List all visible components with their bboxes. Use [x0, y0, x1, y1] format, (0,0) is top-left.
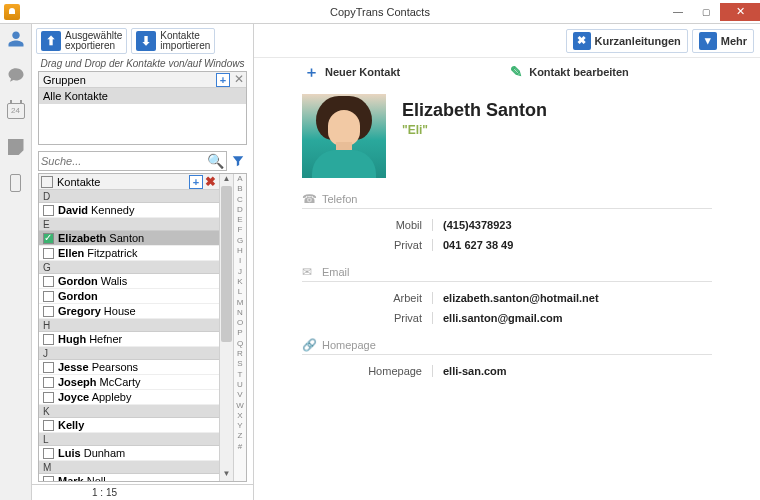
contacts-list: Kontakte + ✖ DDavid KennedyEElizabeth Sa…	[39, 174, 219, 481]
alpha-letter[interactable]: S	[234, 359, 246, 369]
app-icon	[4, 4, 20, 20]
contact-row[interactable]: David Kennedy	[39, 203, 219, 218]
alpha-letter[interactable]: M	[234, 298, 246, 308]
delete-contact-button[interactable]: ✖	[205, 174, 219, 189]
alpha-letter[interactable]: O	[234, 318, 246, 328]
contact-row[interactable]: Hugh Hefner	[39, 332, 219, 347]
alpha-letter[interactable]: U	[234, 380, 246, 390]
alpha-letter[interactable]: D	[234, 205, 246, 215]
rail-notes-icon[interactable]	[5, 136, 27, 158]
rail-device-icon[interactable]	[5, 172, 27, 194]
contacts-scrollbar[interactable]: ▲ ▼	[219, 174, 233, 481]
section-letter: G	[39, 261, 219, 274]
contact-row[interactable]: Joyce Appleby	[39, 390, 219, 405]
alpha-letter[interactable]: B	[234, 184, 246, 194]
detail-field: Privatelli.santon@gmail.com	[302, 308, 712, 328]
status-position: 1 : 15	[92, 487, 117, 498]
search-input[interactable]	[41, 155, 207, 167]
contact-checkbox[interactable]	[43, 392, 54, 403]
contact-row[interactable]: Kelly	[39, 418, 219, 433]
delete-group-button[interactable]: ✕	[232, 73, 246, 87]
section-letter: L	[39, 433, 219, 446]
alpha-letter[interactable]: G	[234, 236, 246, 246]
rail-contacts-icon[interactable]	[5, 28, 27, 50]
import-icon: ⬇	[136, 31, 156, 51]
alpha-letter[interactable]: R	[234, 349, 246, 359]
chevron-down-icon: ▾	[699, 32, 717, 50]
field-label: Privat	[302, 239, 432, 251]
alpha-letter[interactable]: I	[234, 256, 246, 266]
contact-row[interactable]: Gordon	[39, 289, 219, 304]
select-all-checkbox[interactable]	[41, 176, 53, 188]
contact-checkbox[interactable]	[43, 420, 54, 431]
contact-row[interactable]: Luis Dunham	[39, 446, 219, 461]
alpha-letter[interactable]: K	[234, 277, 246, 287]
window-minimize-button[interactable]	[664, 3, 692, 21]
contact-checkbox[interactable]	[43, 334, 54, 345]
alpha-letter[interactable]: Y	[234, 421, 246, 431]
alpha-letter[interactable]: T	[234, 370, 246, 380]
more-button[interactable]: ▾ Mehr	[692, 29, 754, 53]
section-homepage: 🔗Homepage Homepageelli-san.com	[302, 338, 712, 381]
section-letter: H	[39, 319, 219, 332]
alpha-letter[interactable]: N	[234, 308, 246, 318]
quickstart-button[interactable]: ✖ Kurzanleitungen	[566, 29, 688, 53]
search-box[interactable]: 🔍	[38, 151, 227, 171]
contact-row[interactable]: Gregory House	[39, 304, 219, 319]
search-icon[interactable]: 🔍	[207, 153, 224, 169]
contact-checkbox[interactable]	[43, 362, 54, 373]
window-close-button[interactable]	[720, 3, 760, 21]
contact-name: Joyce Appleby	[58, 391, 131, 403]
contact-row[interactable]: Mark Noll	[39, 474, 219, 481]
window-maximize-button[interactable]	[692, 3, 720, 21]
alpha-letter[interactable]: C	[234, 195, 246, 205]
alpha-letter[interactable]: P	[234, 328, 246, 338]
detail-pane: ✖ Kurzanleitungen ▾ Mehr ＋ Neuer Kontakt…	[254, 24, 760, 500]
contact-row[interactable]: Joseph McCarty	[39, 375, 219, 390]
contact-checkbox[interactable]	[43, 276, 54, 287]
filter-button[interactable]	[229, 151, 247, 171]
alpha-letter[interactable]: Q	[234, 339, 246, 349]
alpha-letter[interactable]: H	[234, 246, 246, 256]
contact-checkbox[interactable]	[43, 306, 54, 317]
export-icon: ⬆	[41, 31, 61, 51]
plus-icon: ＋	[304, 63, 319, 82]
contact-row[interactable]: Jesse Pearsons	[39, 360, 219, 375]
scroll-down-icon[interactable]: ▼	[220, 469, 233, 481]
contact-row[interactable]: Ellen Fitzpatrick	[39, 246, 219, 261]
contact-checkbox[interactable]	[43, 248, 54, 259]
alpha-letter[interactable]: L	[234, 287, 246, 297]
alpha-letter[interactable]: A	[234, 174, 246, 184]
alphabet-index[interactable]: ABCDEFGHIJKLMNOPQRSTUVWXYZ#	[233, 174, 246, 481]
alpha-letter[interactable]: W	[234, 401, 246, 411]
rail-messages-icon[interactable]	[5, 64, 27, 86]
contact-checkbox[interactable]	[43, 205, 54, 216]
add-group-button[interactable]: +	[216, 73, 230, 87]
import-contacts-button[interactable]: ⬇ Kontakteimportieren	[131, 28, 215, 54]
section-letter: D	[39, 190, 219, 203]
group-row[interactable]: Alle Kontakte	[39, 88, 246, 104]
edit-contact-button[interactable]: ✎ Kontakt bearbeiten	[510, 63, 629, 81]
contact-row[interactable]: Gordon Walis	[39, 274, 219, 289]
alpha-letter[interactable]: Z	[234, 431, 246, 441]
new-contact-button[interactable]: ＋ Neuer Kontakt	[304, 63, 400, 82]
alpha-letter[interactable]: J	[234, 267, 246, 277]
contact-checkbox[interactable]	[43, 476, 54, 482]
contact-row[interactable]: Elizabeth Santon	[39, 231, 219, 246]
alpha-letter[interactable]: #	[234, 442, 246, 452]
alpha-letter[interactable]: V	[234, 390, 246, 400]
contact-checkbox[interactable]	[43, 448, 54, 459]
contact-checkbox[interactable]	[43, 291, 54, 302]
tools-icon: ✖	[573, 32, 591, 50]
contact-checkbox[interactable]	[43, 233, 54, 244]
alpha-letter[interactable]: F	[234, 225, 246, 235]
rail-calendar-icon[interactable]: 24	[5, 100, 27, 122]
scroll-up-icon[interactable]: ▲	[220, 174, 233, 186]
export-selected-button[interactable]: ⬆ Ausgewählteexportieren	[36, 28, 127, 54]
alpha-letter[interactable]: X	[234, 411, 246, 421]
field-value: elizabeth.santon@hotmail.net	[432, 292, 599, 304]
add-contact-button[interactable]: +	[189, 175, 203, 189]
field-label: Homepage	[302, 365, 432, 377]
alpha-letter[interactable]: E	[234, 215, 246, 225]
contact-checkbox[interactable]	[43, 377, 54, 388]
